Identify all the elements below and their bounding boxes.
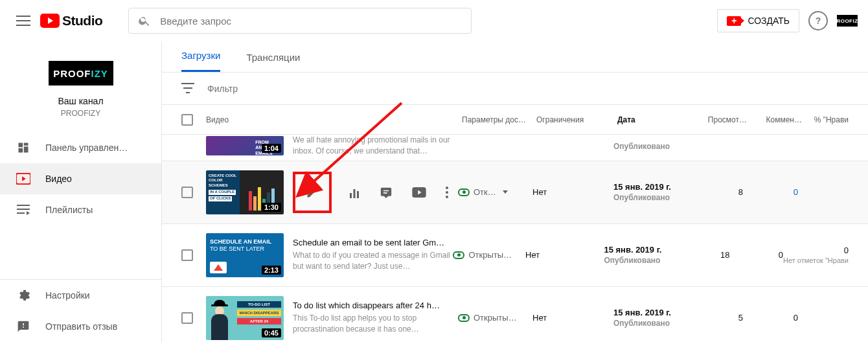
channel-name: PROOFIZY [0, 109, 161, 118]
camera-plus-icon: + [727, 16, 741, 26]
search-icon [138, 14, 151, 27]
man-icon [206, 296, 234, 340]
edit-button[interactable] [303, 183, 321, 201]
dashboard-icon [16, 140, 31, 155]
col-video[interactable]: Видео [206, 115, 462, 124]
chevron-down-icon [503, 190, 508, 194]
sidebar-item-feedback[interactable]: Отправить отзыв [0, 311, 161, 342]
eye-icon [458, 314, 470, 322]
channel-title: Ваш канал [0, 96, 161, 106]
search-box[interactable] [128, 8, 472, 34]
date-cell: 15 янв. 2019 г.Опубликовано [604, 245, 682, 265]
gear-icon [16, 288, 31, 303]
svg-point-4 [446, 196, 448, 198]
comments-cell: 0 [743, 187, 798, 197]
column-headers: Видео Параметры дос… Ограничения Дата Пр… [162, 105, 868, 135]
video-info: To do list which disappears after 24 h… … [293, 301, 458, 335]
date-cell: 15 янв. 2019 г.Опубликовано [613, 308, 694, 328]
sidebar-item-dashboard[interactable]: Панель управлен… [0, 132, 161, 163]
table-row[interactable]: TO-DO LIST WHICH DISAPPEARS AFTER 24 0:4… [162, 287, 868, 342]
playlist-icon [16, 202, 31, 218]
duration-badge: 0:45 [262, 328, 281, 337]
logo-text: Studio [62, 13, 102, 28]
restrictions-cell: Нет [525, 250, 604, 260]
select-all-checkbox[interactable] [181, 114, 193, 126]
youtube-button[interactable] [409, 185, 429, 200]
studio-logo[interactable]: Studio [40, 13, 102, 28]
sidebar-item-settings[interactable]: Настройки [0, 280, 161, 311]
tab-uploads[interactable]: Загрузки [181, 41, 220, 72]
row-checkbox[interactable] [181, 187, 193, 198]
sidebar-item-videos[interactable]: Видео [0, 163, 161, 194]
comments-cell: 0 [730, 250, 784, 260]
col-visibility[interactable]: Параметры дос… [462, 115, 536, 124]
date-cell: 15 янв. 2019 г.Опубликовано [613, 182, 694, 202]
restrictions-cell: Нет [532, 187, 613, 197]
table-row[interactable]: SCHEDULE AN EMAILTO BE SENT LATER 2:13 S… [162, 224, 868, 287]
svg-point-3 [446, 191, 448, 194]
row-actions [293, 172, 458, 213]
analytics-button[interactable] [346, 184, 363, 201]
video-description: We all hate annoying promotional mails i… [293, 135, 458, 157]
channel-block[interactable]: PROOFIZY Ваш канал PROOFIZY [0, 41, 161, 132]
svg-point-2 [446, 187, 448, 189]
col-views[interactable]: Просмот… [698, 115, 747, 124]
more-button[interactable] [443, 184, 451, 201]
col-restrictions[interactable]: Ограничения [536, 115, 617, 124]
video-title: To do list which disappears after 24 h… [293, 301, 458, 310]
video-info: Schedule an email to be sent later Gm… W… [293, 238, 453, 272]
eye-icon [453, 251, 464, 259]
main-content: Загрузки Трансляции Видео Параметры дос…… [162, 41, 868, 342]
gmail-icon [210, 262, 227, 273]
video-info: We all hate annoying promotional mails i… [293, 135, 458, 157]
create-button[interactable]: + СОЗДАТЬ [717, 9, 799, 32]
hamburger-menu[interactable] [10, 8, 36, 34]
filter-input[interactable] [207, 84, 849, 94]
feedback-icon [16, 319, 31, 334]
visibility-cell[interactable]: Открыты… [458, 313, 532, 323]
video-thumbnail[interactable]: CREATE COOLCOLOR SCHEMESIN A COUPLEOF CL… [206, 170, 284, 214]
visibility-cell[interactable]: Открыты… [453, 250, 525, 260]
comments-button[interactable] [377, 184, 395, 201]
col-likes[interactable]: % "Нрави [802, 115, 849, 124]
table-row[interactable]: FROM ANNOYING EMAILS 1:04 We all hate an… [162, 135, 868, 161]
tabs: Загрузки Трансляции [162, 41, 868, 73]
tab-live[interactable]: Трансляции [246, 43, 300, 72]
video-thumbnail[interactable]: SCHEDULE AN EMAILTO BE SENT LATER 2:13 [206, 233, 284, 277]
col-comments[interactable]: Коммен… [747, 115, 802, 124]
youtube-icon [40, 14, 60, 28]
duration-badge: 1:04 [262, 144, 281, 153]
eye-icon [458, 188, 470, 196]
restrictions-cell: Нет [532, 313, 613, 323]
views-cell: 18 [683, 250, 730, 260]
sidebar-item-playlists[interactable]: Плейлисты [0, 194, 161, 225]
video-thumbnail[interactable]: TO-DO LIST WHICH DISAPPEARS AFTER 24 0:4… [206, 296, 284, 340]
duration-badge: 1:30 [262, 203, 281, 212]
table-row[interactable]: CREATE COOLCOLOR SCHEMESIN A COUPLEOF CL… [162, 161, 868, 224]
video-description: What to do if you created a message in G… [293, 250, 453, 272]
comments-cell: 0 [743, 313, 798, 323]
filter-icon[interactable] [181, 83, 194, 95]
video-description: This To-do list app helps you to stop pr… [293, 313, 458, 335]
row-checkbox[interactable] [181, 312, 193, 324]
views-cell: 8 [694, 187, 743, 197]
video-icon [16, 171, 31, 187]
video-title: Schedule an email to be sent later Gm… [293, 238, 453, 247]
col-date[interactable]: Дата [617, 115, 698, 124]
search-input[interactable] [160, 16, 462, 27]
views-cell: 5 [694, 313, 743, 323]
filter-bar [162, 73, 868, 105]
likes-cell: 0Нет отметок "Нрави [783, 245, 849, 264]
help-icon[interactable]: ? [808, 11, 828, 30]
app-header: Studio + СОЗДАТЬ ? PROOFIZY [0, 0, 868, 41]
video-thumbnail[interactable]: FROM ANNOYING EMAILS 1:04 [206, 136, 284, 155]
avatar[interactable]: PROOFIZY [837, 15, 858, 27]
visibility-cell[interactable]: Отк… [458, 187, 532, 197]
row-checkbox[interactable] [181, 249, 193, 261]
duration-badge: 2:13 [262, 266, 281, 275]
sidebar: PROOFIZY Ваш канал PROOFIZY Панель управ… [0, 41, 162, 342]
channel-logo: PROOFIZY [49, 61, 113, 86]
edit-highlight [293, 172, 332, 213]
